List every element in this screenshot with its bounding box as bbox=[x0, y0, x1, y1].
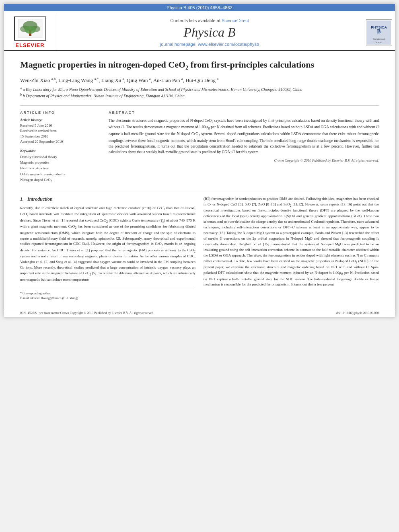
body-right-column: (RT) ferromagnetism in semiconductors to… bbox=[204, 196, 379, 301]
date-revised: 15 September 2010 bbox=[20, 134, 101, 140]
svg-text:Matter: Matter bbox=[375, 41, 382, 43]
article-dates: Received 5 June 2010 Received in revised… bbox=[20, 123, 101, 145]
email-text: E-mail address: llwang@hnu.cn (L.-l. Wan… bbox=[20, 296, 79, 300]
history-label: Article history: bbox=[20, 118, 101, 122]
issn-copyright: 0921-4526/$ - see front matter Crown Cop… bbox=[20, 311, 154, 315]
keywords-section: Keywords: Density functional theory Magn… bbox=[20, 149, 101, 184]
article-title: Magnetic properties in nitrogen-doped Ce… bbox=[20, 59, 379, 72]
footnote-area: * Corresponding author. E-mail address: … bbox=[20, 289, 195, 301]
journal-homepage: journal homepage: www.elsevier.com/locat… bbox=[160, 42, 259, 47]
corresponding-author-note: * Corresponding author. bbox=[20, 291, 195, 296]
homepage-url[interactable]: www.elsevier.com/locate/physb bbox=[198, 42, 259, 47]
page: Physica B 405 (2010) 4858–4862 ELSEVIER bbox=[4, 4, 395, 317]
physica-logo-icon: PHYSICA B Condensed Matter bbox=[367, 21, 391, 45]
journal-name: Physica B bbox=[184, 25, 236, 40]
bottom-bar: 0921-4526/$ - see front matter Crown Cop… bbox=[4, 309, 395, 317]
journal-center-info: Contents lists available at ScienceDirec… bbox=[56, 14, 363, 50]
sciencedirect-line: Contents lists available at ScienceDirec… bbox=[170, 18, 249, 23]
elsevier-brand-name: ELSEVIER bbox=[15, 42, 44, 48]
keyword-3: Electronic structure bbox=[20, 165, 101, 171]
article-info-title: ARTICLE INFO bbox=[20, 111, 101, 115]
svg-text:B: B bbox=[377, 29, 380, 35]
journal-citation: Physica B 405 (2010) 4858–4862 bbox=[167, 5, 232, 10]
affil-divider bbox=[20, 105, 379, 106]
elsevier-tree-icon bbox=[16, 18, 44, 40]
keyword-2: Magnetic properties bbox=[20, 160, 101, 165]
article-info-column: ARTICLE INFO Article history: Received 5… bbox=[20, 111, 101, 184]
copyright-line: Crown Copyright © 2010 Published by Else… bbox=[109, 158, 379, 162]
introduction-heading: 1. Introduction bbox=[20, 196, 195, 202]
keywords-label: Keywords: bbox=[20, 149, 101, 153]
date-accepted: Accepted 20 September 2010 bbox=[20, 139, 101, 145]
info-abstract-section: ARTICLE INFO Article history: Received 5… bbox=[20, 111, 379, 184]
doi-text: doi:10.1016/j.physb.2010.09.020 bbox=[336, 311, 379, 315]
physica-badge-image: PHYSICA B Condensed Matter bbox=[366, 19, 392, 45]
keywords-list: Density functional theory Magnetic prope… bbox=[20, 154, 101, 184]
abstract-column: ABSTRACT The electronic structures and m… bbox=[109, 111, 379, 184]
journal-header: ELSEVIER Contents lists available at Sci… bbox=[4, 11, 395, 51]
date-received: Received 5 June 2010 bbox=[20, 123, 101, 129]
section-divider bbox=[20, 190, 379, 190]
abstract-title: ABSTRACT bbox=[109, 111, 379, 115]
journal-citation-bar: Physica B 405 (2010) 4858–4862 bbox=[4, 4, 395, 11]
svg-point-5 bbox=[25, 26, 36, 34]
intro-para-2: (RT) ferromagnetism in semiconductors to… bbox=[204, 196, 379, 288]
corresponding-author-text: * Corresponding author. bbox=[20, 292, 51, 295]
sciencedirect-link[interactable]: ScienceDirect bbox=[222, 18, 249, 23]
body-section: 1. Introduction Recently, due to excelle… bbox=[20, 196, 379, 301]
intro-para-1: Recently, due to excellent match of crys… bbox=[20, 205, 195, 283]
affiliations: a a Key Laboratory for Micro-Nano Optoel… bbox=[20, 86, 379, 99]
svg-text:Condensed: Condensed bbox=[373, 38, 385, 40]
elsevier-logo-section: ELSEVIER bbox=[4, 14, 56, 50]
abstract-text: The electronic structures and magnetic p… bbox=[109, 118, 379, 155]
physica-badge-section: PHYSICA B Condensed Matter bbox=[363, 14, 395, 50]
contents-text: Contents lists available at bbox=[170, 18, 220, 23]
main-content: Magnetic properties in nitrogen-doped Ce… bbox=[4, 51, 395, 309]
keyword-4: Dilute magnetic semiconductor bbox=[20, 171, 101, 177]
homepage-prefix: journal homepage: bbox=[160, 42, 197, 47]
elsevier-logo-image bbox=[14, 16, 46, 41]
authors-line: Wen-Zhi Xiao a,b, Ling-Ling Wang a,*, Li… bbox=[20, 77, 379, 84]
keyword-5: Nitrogen-doped CeO2 bbox=[20, 177, 101, 184]
keyword-1: Density functional theory bbox=[20, 154, 101, 160]
email-note: E-mail address: llwang@hnu.cn (L.-l. Wan… bbox=[20, 296, 195, 301]
date-revised-label: Received in revised form bbox=[20, 128, 101, 134]
affiliation-b: b b Department of Physics and Mathematic… bbox=[20, 92, 379, 99]
affiliation-a: a a Key Laboratory for Micro-Nano Optoel… bbox=[20, 86, 379, 92]
body-left-column: 1. Introduction Recently, due to excelle… bbox=[20, 196, 195, 301]
